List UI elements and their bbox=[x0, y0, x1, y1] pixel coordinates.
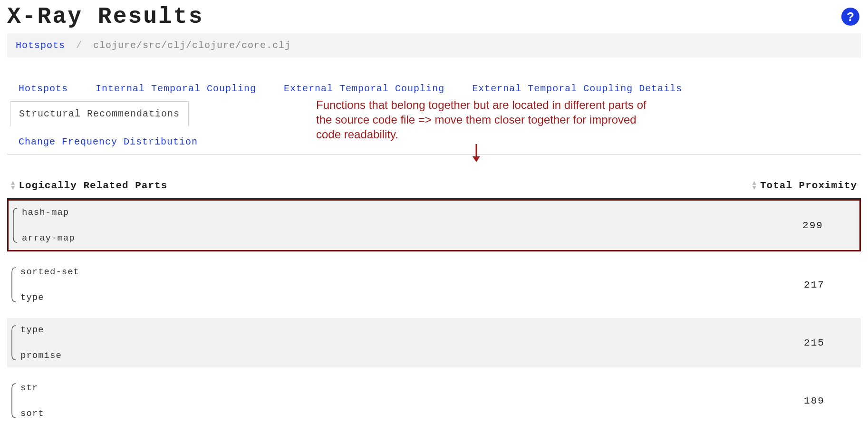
breadcrumb-root-link[interactable]: Hotspots bbox=[16, 40, 65, 51]
bracket-icon bbox=[9, 382, 18, 420]
tab-hotspots[interactable]: Hotspots bbox=[10, 77, 77, 101]
proximity-value: 299 bbox=[770, 206, 856, 244]
column-header-logically-related[interactable]: Logically Related Parts bbox=[19, 180, 167, 191]
sort-icon[interactable]: ▲▼ bbox=[752, 181, 756, 191]
table-header: ▲▼ Logically Related Parts ▲▼ Total Prox… bbox=[7, 170, 861, 199]
column-header-total-proximity[interactable]: Total Proximity bbox=[760, 180, 857, 191]
proximity-value: 217 bbox=[772, 266, 857, 304]
annotation-arrow-icon bbox=[471, 144, 482, 162]
tab-internal-temporal-coupling[interactable]: Internal Temporal Coupling bbox=[87, 77, 265, 101]
table-row[interactable]: type promise 215 bbox=[7, 318, 861, 367]
breadcrumb-current: clojure/src/clj/clojure/core.clj bbox=[93, 40, 291, 51]
bracket-icon bbox=[9, 324, 18, 362]
function-name-a: str bbox=[20, 383, 772, 393]
sort-icon[interactable]: ▲▼ bbox=[11, 181, 15, 191]
function-name-b: promise bbox=[20, 350, 772, 361]
bracket-icon bbox=[9, 266, 18, 304]
help-icon[interactable]: ? bbox=[841, 8, 859, 26]
bracket-icon bbox=[10, 206, 19, 244]
table-row[interactable]: sorted-set type 217 bbox=[7, 260, 861, 309]
function-name-a: hash-map bbox=[22, 207, 770, 218]
proximity-value: 189 bbox=[772, 382, 857, 420]
function-name-b: array-map bbox=[22, 233, 770, 243]
breadcrumb-separator: / bbox=[76, 40, 82, 51]
table-row[interactable]: str sort 189 bbox=[7, 376, 861, 425]
tab-structural-recommendations[interactable]: Structural Recommendations bbox=[10, 101, 189, 126]
table-row[interactable]: hash-map array-map 299 bbox=[7, 199, 861, 251]
function-name-a: type bbox=[20, 325, 772, 335]
breadcrumb: Hotspots / clojure/src/clj/clojure/core.… bbox=[7, 33, 861, 58]
proximity-value: 215 bbox=[772, 324, 857, 362]
svg-marker-1 bbox=[473, 156, 480, 162]
page-title: X-Ray Results bbox=[7, 4, 203, 29]
function-name-a: sorted-set bbox=[20, 267, 772, 277]
function-name-b: sort bbox=[20, 408, 772, 419]
annotation-text: Functions that belong together but are l… bbox=[316, 97, 658, 142]
tab-change-frequency-distribution[interactable]: Change Frequency Distribution bbox=[10, 130, 206, 154]
function-name-b: type bbox=[20, 292, 772, 303]
